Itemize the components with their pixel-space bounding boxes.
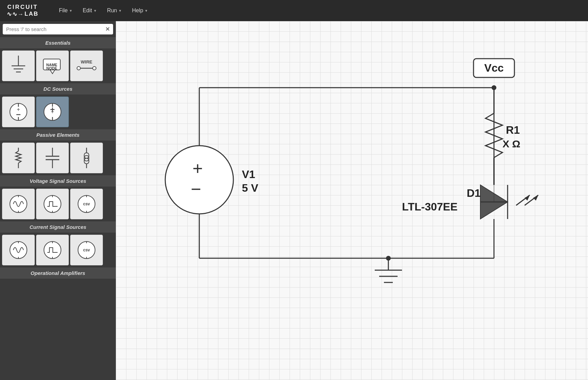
svg-point-11 (93, 67, 96, 70)
component-voltage-dc[interactable]: + (2, 97, 35, 127)
nav-file[interactable]: File ▼ (56, 5, 76, 16)
component-current-csv[interactable]: csv (70, 235, 103, 265)
d1-label: D1 (467, 187, 481, 199)
component-voltage-csv[interactable]: csv + (70, 189, 103, 219)
logo-circuit: CIRCUIT (7, 4, 38, 11)
svg-point-44 (10, 242, 27, 259)
logo-lab: ∿∿→ LAB (7, 11, 38, 18)
circuit-canvas: Vcc + − V1 5 V (116, 21, 588, 380)
passive-grid (0, 141, 116, 175)
wire-icon: WIRE (75, 54, 98, 78)
svg-point-31 (10, 195, 27, 213)
v1-value: 5 V (242, 182, 259, 194)
voltage-ac-icon: + (6, 192, 30, 216)
section-voltage-signal-header: Voltage Signal Sources (0, 175, 116, 187)
current-signal-grid: csv (0, 233, 116, 267)
component-wire[interactable]: WIRE (70, 50, 103, 81)
nav-file-arrow: ▼ (69, 9, 73, 13)
search-bar[interactable]: ✕ (3, 24, 113, 34)
component-current-ac[interactable] (2, 235, 35, 265)
component-current-dc[interactable]: + (36, 97, 69, 127)
svg-point-9 (77, 67, 80, 70)
canvas-area[interactable]: Vcc + − V1 5 V (116, 21, 588, 380)
section-opamp-header: Operational Amplifiers (0, 267, 116, 279)
logo-wave-icon: ∿∿→ (7, 11, 24, 18)
capacitor-icon (41, 146, 64, 170)
nav-help-arrow: ▼ (144, 9, 148, 13)
voltage-dc-icon: + (6, 100, 30, 124)
component-name-node[interactable]: NAME NODE (36, 50, 69, 81)
svg-text:+: + (86, 194, 87, 198)
svg-text:+: + (192, 159, 203, 178)
current-pulse-icon (41, 238, 64, 262)
svg-text:csv: csv (83, 248, 90, 252)
nav-run-arrow: ▼ (118, 9, 122, 13)
d1-part: LTL-307EE (402, 201, 458, 213)
resistor-icon (6, 146, 30, 170)
nav-edit[interactable]: Edit ▼ (79, 5, 100, 16)
svg-text:+: + (17, 194, 19, 198)
component-resistor[interactable] (2, 143, 35, 173)
section-essentials-header: Essentials (0, 37, 116, 48)
component-ground[interactable] (2, 50, 35, 81)
svg-marker-81 (525, 195, 530, 201)
nav-run[interactable]: Run ▼ (104, 5, 125, 16)
nav-help[interactable]: Help ▼ (128, 5, 151, 16)
name-node-icon: NAME NODE (41, 54, 64, 78)
voltage-signal-grid: + + csv + (0, 187, 116, 221)
svg-marker-82 (533, 195, 538, 201)
svg-text:csv: csv (83, 202, 90, 206)
v1-label: V1 (242, 168, 255, 180)
nav-edit-arrow: ▼ (93, 9, 97, 13)
inductor-icon (75, 146, 98, 170)
current-csv-icon: csv (75, 238, 98, 262)
voltage-pulse-icon: + (41, 192, 64, 216)
voltage-csv-icon: csv + (75, 192, 98, 216)
component-current-pulse[interactable] (36, 235, 69, 265)
r1-value: X Ω (502, 138, 520, 149)
essentials-grid: NAME NODE WIRE (0, 48, 116, 83)
svg-text:+: + (51, 194, 53, 198)
current-ac-icon (6, 238, 30, 262)
section-dc-header: DC Sources (0, 83, 116, 94)
sidebar: ✕ Essentials NAME NODE WIRE (0, 21, 116, 380)
svg-text:NODE: NODE (46, 66, 57, 70)
nav-menu: File ▼ Edit ▼ Run ▼ Help ▼ (56, 5, 151, 16)
vcc-label: Vcc (484, 62, 504, 74)
section-current-signal-header: Current Signal Sources (0, 221, 116, 233)
logo: CIRCUIT ∿∿→ LAB (7, 4, 38, 18)
current-dc-icon: + (41, 100, 64, 124)
component-inductor[interactable] (70, 143, 103, 173)
search-clear-button[interactable]: ✕ (105, 26, 110, 32)
section-passive-header: Passive Elements (0, 129, 116, 141)
svg-marker-5 (50, 70, 55, 74)
component-voltage-pulse[interactable]: + (36, 189, 69, 219)
svg-text:−: − (191, 179, 201, 199)
svg-text:WIRE: WIRE (81, 59, 92, 64)
opamp-grid (0, 279, 116, 283)
r1-label: R1 (506, 124, 520, 136)
svg-text:+: + (17, 106, 20, 112)
navbar: CIRCUIT ∿∿→ LAB File ▼ Edit ▼ Run ▼ Help… (0, 0, 588, 21)
dc-grid: + + (0, 94, 116, 129)
ground-icon (6, 54, 30, 78)
component-capacitor[interactable] (36, 143, 69, 173)
component-voltage-ac[interactable]: + (2, 189, 35, 219)
search-input[interactable] (6, 26, 103, 32)
